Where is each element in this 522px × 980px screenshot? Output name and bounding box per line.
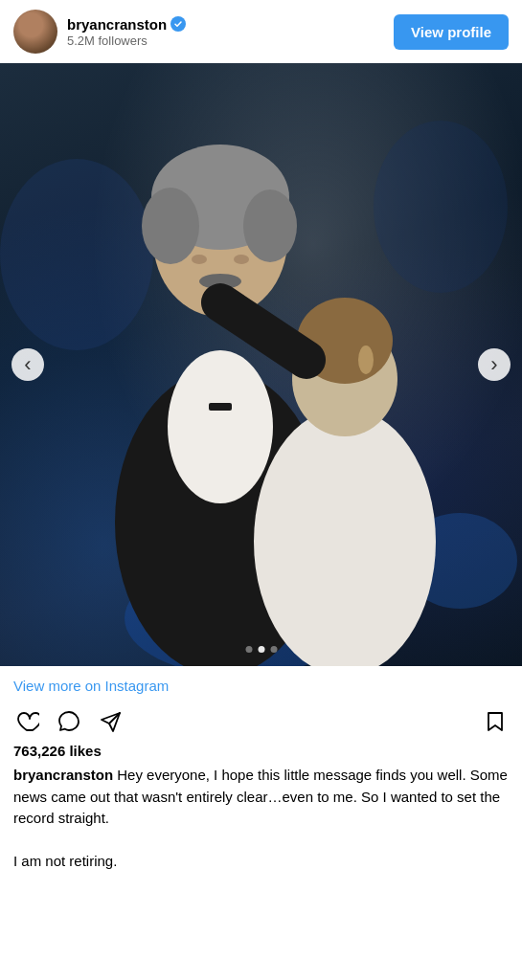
share-icon <box>99 709 124 734</box>
post-image-background <box>0 63 522 666</box>
comment-icon <box>57 709 81 734</box>
user-info: bryancranston 5.2M followers <box>13 10 186 54</box>
username-row: bryancranston <box>67 16 186 33</box>
view-profile-button[interactable]: View profile <box>394 14 509 50</box>
avatar[interactable] <box>13 10 57 54</box>
share-button[interactable] <box>98 708 125 735</box>
svg-point-1 <box>374 121 508 293</box>
svg-point-12 <box>192 255 207 264</box>
bookmark-button[interactable] <box>482 708 509 735</box>
view-more-section: View more on Instagram <box>0 666 522 699</box>
post-header: bryancranston 5.2M followers View profil… <box>0 0 522 63</box>
like-button[interactable] <box>13 708 40 735</box>
chevron-right-icon: › <box>490 354 497 375</box>
carousel-dot-3[interactable] <box>270 646 277 653</box>
chevron-left-icon: ‹ <box>24 354 31 375</box>
action-bar <box>0 699 522 741</box>
svg-rect-6 <box>209 403 232 411</box>
username-area: bryancranston 5.2M followers <box>67 16 186 48</box>
svg-point-17 <box>358 345 374 374</box>
bookmark-icon <box>483 709 508 734</box>
verified-icon <box>170 16 186 32</box>
post-image: ‹ › <box>0 63 522 666</box>
svg-point-14 <box>254 408 436 666</box>
svg-point-13 <box>234 255 249 264</box>
svg-point-10 <box>243 189 297 262</box>
followers-count: 5.2M followers <box>67 33 186 48</box>
username-label[interactable]: bryancranston <box>67 16 167 33</box>
svg-point-0 <box>0 159 153 350</box>
carousel-prev-button[interactable]: ‹ <box>11 348 44 381</box>
svg-point-5 <box>168 350 273 503</box>
carousel-dot-1[interactable] <box>245 646 252 653</box>
action-bar-left <box>13 708 125 735</box>
post-caption: bryancranstonHey everyone, I hope this l… <box>0 763 522 880</box>
caption-username[interactable]: bryancranston <box>13 767 113 783</box>
svg-line-18 <box>220 302 306 360</box>
heart-icon <box>14 709 39 734</box>
comment-button[interactable] <box>56 708 82 735</box>
view-more-link[interactable]: View more on Instagram <box>13 678 169 694</box>
post-svg-illustration <box>0 63 522 666</box>
likes-count: 763,226 likes <box>0 741 522 763</box>
carousel-dots <box>245 646 277 653</box>
carousel-dot-2[interactable] <box>258 646 264 653</box>
svg-point-9 <box>142 188 199 264</box>
carousel-next-button[interactable]: › <box>478 348 511 381</box>
